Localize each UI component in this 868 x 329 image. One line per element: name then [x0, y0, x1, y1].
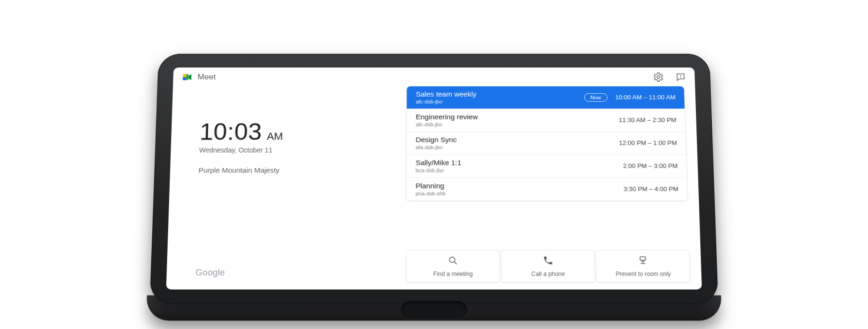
now-badge: Now [584, 93, 608, 102]
call-phone-button[interactable]: Call a phone [501, 250, 596, 283]
room-name: Purple Mountain Majesty [199, 166, 403, 174]
event-code: afc-dsb-jbo [416, 122, 619, 128]
event-row[interactable]: Planning pna-dsb-shb 3:30 PM – 4:00 PM [407, 177, 687, 200]
event-title: Sales team weekly [416, 90, 584, 99]
app-title: Meet [198, 73, 216, 82]
event-row[interactable]: Design Sync afa-dsb-jbo 12:00 PM – 1:00 … [407, 131, 686, 154]
clock-ampm: AM [267, 131, 283, 143]
event-row[interactable]: Sally/Mike 1:1 bca-dsb-jbo 2:00 PM – 3:0… [407, 154, 686, 177]
action-label: Find a meeting [434, 271, 473, 278]
event-title: Engineering review [416, 113, 619, 121]
event-row[interactable]: Sales team weekly afc-dsb-jbo Now 10:00 … [407, 86, 685, 108]
screen: Meet [166, 67, 702, 289]
svg-point-5 [680, 77, 681, 78]
event-time: 12:00 PM – 1:00 PM [619, 140, 677, 147]
find-meeting-button[interactable]: Find a meeting [406, 250, 500, 283]
info-panel: 10:03 AM Wednesday, October 11 Purple Mo… [166, 86, 403, 289]
event-time: 2:00 PM – 3:00 PM [623, 163, 678, 169]
phone-icon [542, 255, 553, 268]
svg-rect-8 [640, 257, 646, 260]
settings-icon[interactable] [653, 72, 664, 82]
event-title: Sally/Mike 1:1 [416, 159, 623, 167]
event-code: afc-dsb-jbo [416, 99, 584, 105]
svg-line-7 [454, 262, 457, 264]
svg-point-3 [657, 76, 660, 78]
present-icon [638, 255, 649, 268]
event-time: 11:30 AM – 2:30 PM [619, 117, 676, 124]
svg-rect-2 [183, 77, 186, 80]
search-icon [447, 255, 458, 268]
feedback-icon[interactable] [675, 72, 686, 82]
action-label: Present to room only [616, 271, 671, 278]
action-bar: Find a meeting Call a phone [406, 250, 691, 283]
tablet-device: Meet [150, 54, 718, 304]
event-title: Design Sync [416, 136, 619, 145]
event-code: pna-dsb-shb [416, 190, 624, 197]
event-code: afa-dsb-jbo [416, 144, 619, 150]
clock-time: 10:03 [200, 118, 262, 145]
event-row[interactable]: Engineering review afc-dsb-jbo 11:30 AM … [407, 109, 685, 132]
svg-rect-1 [183, 74, 186, 77]
google-brand: Google [195, 268, 402, 290]
event-title: Planning [416, 181, 624, 190]
event-time: 10:00 AM – 11:00 AM [615, 94, 675, 101]
home-button[interactable] [401, 301, 467, 319]
clock: 10:03 AM [200, 118, 403, 145]
meet-logo-icon [182, 72, 193, 82]
event-time: 3:30 PM – 4:00 PM [624, 185, 678, 192]
present-button[interactable]: Present to room only [596, 250, 690, 283]
action-label: Call a phone [531, 271, 565, 278]
events-list: Sales team weekly afc-dsb-jbo Now 10:00 … [406, 86, 688, 201]
app-header: Meet [173, 67, 695, 86]
current-date: Wednesday, October 11 [199, 147, 403, 154]
event-code: bca-dsb-jbo [416, 167, 623, 173]
svg-point-6 [449, 257, 455, 263]
